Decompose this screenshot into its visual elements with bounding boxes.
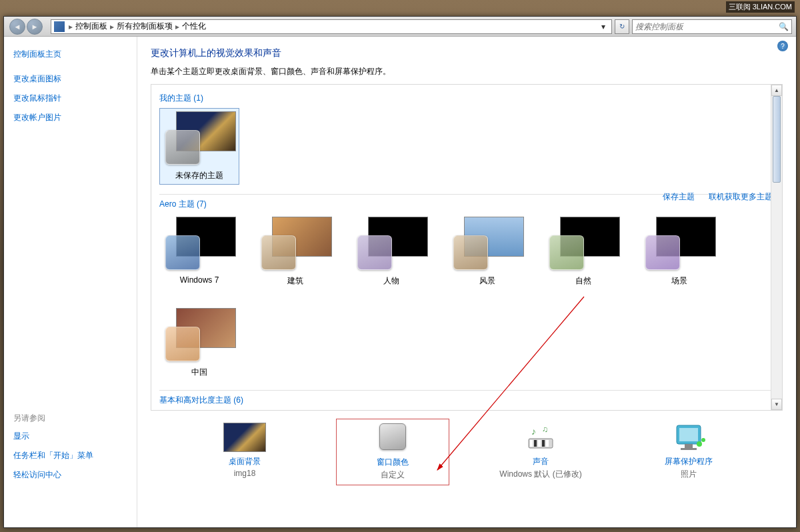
theme-action-links: 保存主题 联机获取更多主题 (651, 191, 773, 203)
aero-themes-row: Windows 7 建筑 人物 风景 (159, 214, 774, 381)
sidebar-link-account-picture[interactable]: 更改帐户图片 (13, 112, 127, 123)
sidebar-home[interactable]: 控制面板主页 (13, 49, 127, 60)
theme-scenes[interactable]: 场景 (639, 214, 719, 289)
theme-windows7[interactable]: Windows 7 (159, 214, 239, 289)
address-dropdown-icon[interactable]: ▾ (598, 22, 609, 31)
page-subtitle: 单击某个主题立即更改桌面背景、窗口颜色、声音和屏幕保护程序。 (151, 66, 783, 77)
chevron-right-icon[interactable]: ▸ (175, 22, 179, 31)
svg-text:♫: ♫ (542, 425, 548, 434)
scroll-thumb[interactable] (773, 96, 781, 183)
svg-point-12 (697, 441, 702, 447)
search-box[interactable]: 🔍 (632, 19, 792, 34)
vertical-scrollbar[interactable]: ▲ ▼ (771, 85, 782, 410)
theme-nature[interactable]: 自然 (543, 214, 623, 289)
bottom-title: 桌面背景 (192, 456, 297, 467)
theme-landscapes[interactable]: 风景 (447, 214, 527, 289)
forward-button[interactable]: ► (27, 19, 43, 35)
svg-rect-10 (685, 444, 693, 448)
section-basic-themes: 基本和高对比度主题 (6) (159, 395, 774, 406)
titlebar: ◄ ► ▸ 控制面板 ▸ 所有控制面板项 ▸ 个性化 ▾ ↻ 🔍 (4, 17, 796, 37)
window-color-icon (371, 423, 414, 453)
theme-unsaved[interactable]: 未保存的主题 (159, 108, 239, 185)
theme-label: 场景 (642, 275, 717, 287)
section-my-themes: 我的主题 (1) (159, 93, 774, 104)
search-icon[interactable]: 🔍 (779, 22, 789, 31)
explorer-window: ◄ ► ▸ 控制面板 ▸ 所有控制面板项 ▸ 个性化 ▾ ↻ 🔍 控制面板主页 (3, 16, 797, 528)
sounds-icon: ♪♫ (519, 423, 562, 452)
theme-label: 人物 (354, 275, 429, 287)
svg-rect-9 (679, 428, 698, 441)
personalization-icon (54, 21, 65, 32)
content-area: 控制面板主页 更改桌面图标 更改鼠标指针 更改帐户图片 另请参阅 显示 任务栏和… (4, 37, 796, 527)
address-bar[interactable]: ▸ 控制面板 ▸ 所有控制面板项 ▸ 个性化 ▾ (51, 19, 612, 34)
sidebar-link-taskbar[interactable]: 任务栏和「开始」菜单 (13, 450, 127, 461)
breadcrumb-l2[interactable]: 所有控制面板项 (117, 21, 173, 32)
theme-label: 未保存的主题 (163, 170, 236, 181)
theme-label: 建筑 (258, 275, 333, 287)
bottom-sub: Windows 默认 (已修改) (488, 469, 593, 480)
help-icon[interactable]: ? (777, 41, 788, 51)
svg-rect-11 (681, 448, 697, 450)
svg-point-13 (701, 438, 705, 442)
svg-rect-5 (538, 440, 541, 447)
bottom-sub: 照片 (636, 469, 741, 480)
sidebar: 控制面板主页 更改桌面图标 更改鼠标指针 更改帐户图片 另请参阅 显示 任务栏和… (4, 37, 137, 527)
bottom-title: 声音 (488, 456, 593, 467)
sidebar-link-display[interactable]: 显示 (13, 431, 127, 442)
page-title: 更改计算机上的视觉效果和声音 (151, 47, 783, 59)
watermark: 三联阅 3LIAN.COM (726, 1, 795, 13)
breadcrumb: ▸ 控制面板 ▸ 所有控制面板项 ▸ 个性化 (69, 21, 206, 32)
bottom-sub: img18 (192, 469, 297, 478)
sidebar-link-ease-of-access[interactable]: 轻松访问中心 (13, 469, 127, 481)
refresh-button[interactable]: ↻ (615, 19, 629, 34)
bottom-sub: 自定义 (341, 469, 445, 481)
svg-rect-4 (534, 440, 537, 447)
chevron-right-icon[interactable]: ▸ (69, 22, 73, 31)
theme-label: 中国 (162, 367, 237, 378)
window-color-button[interactable]: 窗口颜色 自定义 (336, 419, 449, 485)
bottom-settings-row: 桌面背景 img18 窗口颜色 自定义 ♪♫ 声音 Windows 默认 (已修… (151, 411, 783, 493)
sounds-button[interactable]: ♪♫ 声音 Windows 默认 (已修改) (484, 419, 597, 485)
desktop-background-icon (223, 423, 266, 452)
theme-label: 风景 (450, 275, 525, 287)
theme-label: 自然 (546, 275, 621, 287)
sidebar-see-also: 另请参阅 显示 任务栏和「开始」菜单 轻松访问中心 (13, 413, 127, 515)
back-button[interactable]: ◄ (9, 19, 25, 35)
breadcrumb-l3[interactable]: 个性化 (182, 21, 206, 32)
theme-characters[interactable]: 人物 (351, 214, 431, 289)
get-more-themes-link[interactable]: 联机获取更多主题 (709, 192, 773, 201)
see-also-heading: 另请参阅 (13, 413, 127, 424)
bottom-title: 屏幕保护程序 (636, 456, 741, 467)
chevron-right-icon[interactable]: ▸ (110, 22, 114, 31)
divider (159, 390, 774, 391)
sidebar-link-desktop-icons[interactable]: 更改桌面图标 (13, 73, 127, 85)
scroll-up-icon[interactable]: ▲ (771, 85, 782, 96)
nav-buttons: ◄ ► (4, 19, 48, 35)
svg-rect-7 (546, 440, 549, 447)
theme-china[interactable]: 中国 (159, 305, 239, 381)
breadcrumb-l1[interactable]: 控制面板 (75, 21, 107, 32)
main-panel: ? 更改计算机上的视觉效果和声音 单击某个主题立即更改桌面背景、窗口颜色、声音和… (137, 37, 796, 527)
screensaver-icon (667, 423, 710, 452)
my-themes-row: 未保存的主题 (159, 108, 774, 185)
svg-rect-6 (542, 440, 545, 447)
sidebar-link-mouse-pointers[interactable]: 更改鼠标指针 (13, 93, 127, 104)
theme-label: Windows 7 (162, 275, 237, 285)
theme-panel: 我的主题 (1) 未保存的主题 保存主题 联机获取更多主题 Aero 主题 (7… (151, 84, 783, 411)
save-theme-link[interactable]: 保存主题 (663, 192, 695, 201)
theme-architecture[interactable]: 建筑 (255, 214, 335, 289)
bottom-title: 窗口颜色 (341, 457, 445, 468)
scroll-down-icon[interactable]: ▼ (771, 399, 782, 410)
screensaver-button[interactable]: 屏幕保护程序 照片 (632, 419, 745, 485)
svg-rect-3 (530, 440, 533, 447)
svg-text:♪: ♪ (531, 426, 536, 437)
search-input[interactable] (635, 22, 779, 31)
desktop-background-button[interactable]: 桌面背景 img18 (188, 419, 301, 485)
